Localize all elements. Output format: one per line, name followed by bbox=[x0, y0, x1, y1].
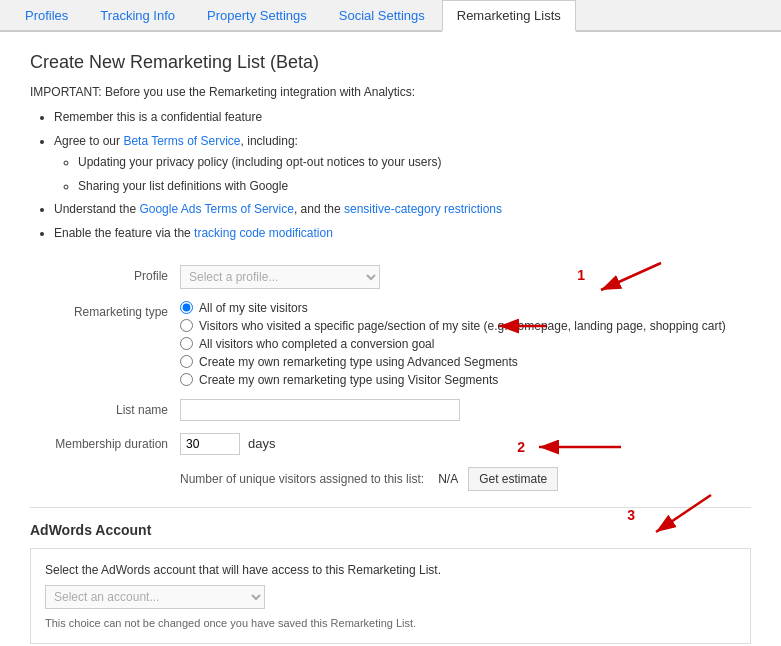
radio-group: All of my site visitors Visitors who vis… bbox=[180, 301, 751, 387]
svg-line-1 bbox=[601, 263, 661, 290]
profile-label: Profile bbox=[30, 265, 180, 283]
unique-visitors-label: Number of unique visitors assigned to th… bbox=[180, 472, 424, 486]
adwords-section: AdWords Account 3 Select the AdWords acc… bbox=[30, 507, 751, 644]
svg-line-7 bbox=[656, 495, 711, 532]
radio-specific-page-label: Visitors who visited a specific page/sec… bbox=[199, 319, 726, 333]
page-title: Create New Remarketing List (Beta) bbox=[30, 52, 751, 73]
bullet-item-4: Enable the feature via the tracking code… bbox=[54, 223, 751, 245]
list-name-row: List name bbox=[30, 399, 751, 421]
tab-tracking-info[interactable]: Tracking Info bbox=[85, 0, 190, 30]
sub-bullet-list: Updating your privacy policy (including … bbox=[78, 152, 751, 197]
radio-visitor-segments-input[interactable] bbox=[180, 373, 193, 386]
tab-property-settings[interactable]: Property Settings bbox=[192, 0, 322, 30]
annotation-2-label: 2 bbox=[517, 439, 525, 455]
arrow-radio-icon bbox=[491, 311, 551, 341]
radio-conversion-goal[interactable]: All visitors who completed a conversion … bbox=[180, 337, 751, 351]
unique-visitors-row: Number of unique visitors assigned to th… bbox=[30, 467, 751, 491]
days-suffix: days bbox=[248, 436, 275, 451]
remarketing-type-control: All of my site visitors Visitors who vis… bbox=[180, 301, 751, 387]
main-content: Create New Remarketing List (Beta) IMPOR… bbox=[0, 32, 781, 646]
annotation-2: 2 bbox=[517, 435, 631, 459]
annotation-3-label: 3 bbox=[627, 507, 635, 523]
list-name-input[interactable] bbox=[180, 399, 460, 421]
tabs-container: Profiles Tracking Info Property Settings… bbox=[0, 0, 781, 32]
bullet-item-1: Remember this is a confidential feature bbox=[54, 107, 751, 129]
bullet-list: Remember this is a confidential feature … bbox=[54, 107, 751, 245]
arrow-to-radio bbox=[491, 311, 551, 344]
radio-advanced-segments[interactable]: Create my own remarketing type using Adv… bbox=[180, 355, 751, 369]
get-estimate-button[interactable]: Get estimate bbox=[468, 467, 558, 491]
radio-conversion-goal-input[interactable] bbox=[180, 337, 193, 350]
radio-advanced-segments-label: Create my own remarketing type using Adv… bbox=[199, 355, 518, 369]
sub-bullet-2: Sharing your list definitions with Googl… bbox=[78, 176, 751, 198]
radio-specific-page-input[interactable] bbox=[180, 319, 193, 332]
radio-conversion-goal-label: All visitors who completed a conversion … bbox=[199, 337, 434, 351]
membership-duration-control: days bbox=[180, 433, 751, 455]
profile-select[interactable]: Select a profile... bbox=[180, 265, 380, 289]
unique-visitors-value: N/A bbox=[438, 472, 458, 486]
arrow-2-icon bbox=[531, 435, 631, 459]
tab-bar: Profiles Tracking Info Property Settings… bbox=[0, 0, 781, 32]
radio-advanced-segments-input[interactable] bbox=[180, 355, 193, 368]
radio-visitor-segments[interactable]: Create my own remarketing type using Vis… bbox=[180, 373, 751, 387]
radio-specific-page[interactable]: Visitors who visited a specific page/sec… bbox=[180, 319, 751, 333]
adwords-note: This choice can not be changed once you … bbox=[45, 617, 736, 629]
sensitive-category-link[interactable]: sensitive-category restrictions bbox=[344, 202, 502, 216]
tracking-code-link[interactable]: tracking code modification bbox=[194, 226, 333, 240]
membership-row: days bbox=[180, 433, 751, 455]
google-ads-terms-link[interactable]: Google Ads Terms of Service bbox=[139, 202, 294, 216]
membership-duration-label: Membership duration bbox=[30, 433, 180, 451]
radio-all-site-visitors-label: All of my site visitors bbox=[199, 301, 308, 315]
remarketing-type-row: Remarketing type All of my site visitors… bbox=[30, 301, 751, 387]
tab-social-settings[interactable]: Social Settings bbox=[324, 0, 440, 30]
radio-visitor-segments-label: Create my own remarketing type using Vis… bbox=[199, 373, 498, 387]
adwords-inner: Select the AdWords account that will hav… bbox=[30, 548, 751, 644]
adwords-account-select[interactable]: Select an account... bbox=[45, 585, 265, 609]
tab-profiles[interactable]: Profiles bbox=[10, 0, 83, 30]
membership-duration-row: Membership duration days 2 bbox=[30, 433, 751, 455]
adwords-description: Select the AdWords account that will hav… bbox=[45, 563, 736, 577]
list-name-label: List name bbox=[30, 399, 180, 417]
sub-bullet-1: Updating your privacy policy (including … bbox=[78, 152, 751, 174]
tab-remarketing-lists[interactable]: Remarketing Lists bbox=[442, 0, 576, 32]
arrow-1-icon bbox=[591, 255, 671, 295]
annotation-1: 1 bbox=[577, 255, 671, 295]
form-section: 1 Profile Select a profile... Remarket bbox=[30, 265, 751, 646]
radio-all-site-visitors-input[interactable] bbox=[180, 301, 193, 314]
important-note: IMPORTANT: Before you use the Remarketin… bbox=[30, 85, 751, 99]
arrow-3-icon bbox=[641, 490, 721, 540]
bullet-item-2: Agree to our Beta Terms of Service, incl… bbox=[54, 131, 751, 198]
bullet-item-3: Understand the Google Ads Terms of Servi… bbox=[54, 199, 751, 221]
radio-all-site-visitors[interactable]: All of my site visitors bbox=[180, 301, 751, 315]
beta-terms-link[interactable]: Beta Terms of Service bbox=[123, 134, 240, 148]
annotation-3: 3 bbox=[627, 490, 721, 540]
days-input[interactable] bbox=[180, 433, 240, 455]
remarketing-type-label: Remarketing type bbox=[30, 301, 180, 319]
list-name-control bbox=[180, 399, 751, 421]
annotation-1-label: 1 bbox=[577, 267, 585, 283]
